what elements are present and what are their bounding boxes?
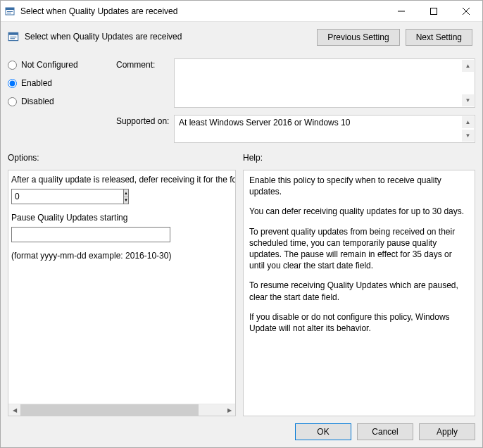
- policy-icon: [5, 6, 16, 17]
- scroll-up-icon[interactable]: ▲: [462, 116, 474, 128]
- svg-rect-1: [6, 8, 14, 10]
- cancel-button[interactable]: Cancel: [357, 423, 413, 440]
- next-setting-button[interactable]: Next Setting: [406, 29, 472, 46]
- apply-button[interactable]: Apply: [419, 423, 475, 440]
- supported-on-box: At least Windows Server 2016 or Windows …: [174, 115, 475, 143]
- spinner-up-icon[interactable]: ▲: [124, 189, 128, 197]
- help-text: To prevent quality updates from being re…: [249, 226, 469, 272]
- help-label: Help:: [243, 153, 475, 163]
- dialog-window: Select when Quality Updates are received: [0, 0, 483, 448]
- radio-not-configured[interactable]: Not Configured: [8, 60, 113, 70]
- scrollbar-thumb[interactable]: [20, 404, 199, 416]
- defer-days-spinner[interactable]: ▲ ▼: [11, 189, 93, 204]
- comment-textarea[interactable]: ▲ ▼: [174, 58, 475, 108]
- header-row: Select when Quality Updates are received…: [8, 27, 475, 46]
- radio-label: Disabled: [21, 97, 54, 106]
- scroll-right-icon[interactable]: ▶: [223, 404, 235, 416]
- window-title: Select when Quality Updates are received: [20, 6, 385, 16]
- pause-start-label: Pause Quality Updates starting: [11, 213, 231, 223]
- help-text: If you disable or do not configure this …: [249, 311, 469, 334]
- header-subtitle: Select when Quality Updates are received: [25, 32, 182, 42]
- svg-rect-11: [10, 38, 15, 39]
- scroll-down-icon[interactable]: ▼: [462, 130, 474, 142]
- dialog-footer: OK Cancel Apply: [8, 416, 475, 440]
- scroll-up-icon[interactable]: ▲: [462, 60, 474, 72]
- help-text: Enable this policy to specify when to re…: [249, 175, 469, 197]
- defer-days-input[interactable]: [11, 189, 123, 204]
- help-text: You can defer receiving quality updates …: [249, 206, 469, 217]
- format-hint: (format yyyy-mm-dd example: 2016-10-30): [11, 251, 231, 261]
- comment-label: Comment:: [116, 58, 171, 70]
- spinner-down-icon[interactable]: ▼: [124, 197, 128, 204]
- options-label: Options:: [8, 153, 236, 163]
- scroll-down-icon[interactable]: ▼: [462, 94, 474, 106]
- svg-rect-5: [431, 8, 437, 14]
- svg-rect-3: [7, 13, 11, 13]
- dialog-body: Select when Quality Updates are received…: [1, 22, 482, 447]
- pause-start-input[interactable]: [11, 227, 170, 242]
- options-panel: After a quality update is released, defe…: [8, 170, 236, 416]
- defer-days-label: After a quality update is released, defe…: [11, 175, 231, 185]
- radio-label: Enabled: [21, 78, 52, 88]
- radio-disabled[interactable]: Disabled: [8, 97, 113, 106]
- radio-enabled[interactable]: Enabled: [8, 78, 113, 88]
- radio-disabled-input[interactable]: [8, 97, 17, 106]
- help-text: To resume receiving Quality Updates whic…: [249, 280, 469, 302]
- help-panel: Enable this policy to specify when to re…: [243, 170, 475, 416]
- supported-on-text: At least Windows Server 2016 or Windows …: [179, 118, 350, 127]
- previous-setting-button[interactable]: Previous Setting: [317, 29, 399, 46]
- policy-icon: [8, 30, 20, 43]
- radio-not-configured-input[interactable]: [8, 61, 17, 70]
- supported-on-label: Supported on:: [116, 115, 171, 126]
- window-controls: [385, 1, 482, 21]
- minimize-button[interactable]: [385, 1, 418, 21]
- maximize-button[interactable]: [418, 1, 450, 21]
- svg-rect-10: [10, 37, 16, 37]
- svg-rect-9: [8, 32, 18, 35]
- radio-enabled-input[interactable]: [8, 79, 17, 88]
- svg-rect-2: [7, 11, 13, 12]
- ok-button[interactable]: OK: [295, 423, 351, 440]
- titlebar: Select when Quality Updates are received: [1, 1, 482, 22]
- options-h-scrollbar[interactable]: ◀ ▶: [8, 404, 235, 416]
- config-row: Not Configured Enabled Disabled Comment:…: [8, 58, 475, 143]
- state-radios: Not Configured Enabled Disabled: [8, 58, 113, 143]
- close-button[interactable]: [450, 1, 482, 21]
- scroll-left-icon[interactable]: ◀: [8, 404, 20, 416]
- radio-label: Not Configured: [21, 60, 78, 70]
